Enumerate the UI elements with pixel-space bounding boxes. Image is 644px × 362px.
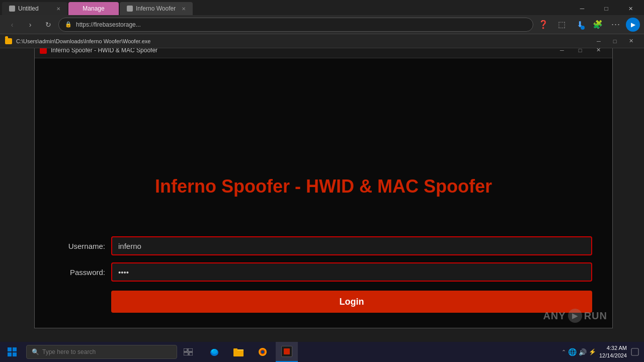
notification-button[interactable]: [630, 347, 640, 357]
browser-toolbar: ‹ › ↻ 🔒 https://firebasestorage... ❓ ⬚ ⬇…: [0, 15, 644, 34]
taskbar-clock[interactable]: 4:32 AM 12/14/2024: [599, 344, 627, 360]
task-view-button[interactable]: [177, 342, 199, 362]
app-content: Inferno Spoofer - HWID & MAC Spoofer Use…: [35, 58, 612, 328]
svg-rect-3: [13, 352, 17, 356]
svg-rect-2: [8, 352, 12, 356]
fe-icon-area: [5, 38, 12, 44]
nav-back-button[interactable]: ‹: [4, 17, 20, 33]
svg-rect-5: [188, 348, 193, 351]
taskbar-right: ⌃ 🌐 🔊 ⚡ 4:32 AM 12/14/2024: [561, 344, 644, 360]
sidebar-button[interactable]: ❓: [535, 17, 551, 33]
browser-extensions-button[interactable]: 🧩: [590, 17, 606, 33]
tab-manage-label: Manage: [83, 5, 104, 12]
volume-icon[interactable]: 🔊: [579, 348, 587, 356]
search-icon: 🔍: [32, 348, 39, 355]
tab-untitled-close[interactable]: ✕: [56, 6, 60, 12]
fe-close-button[interactable]: ✕: [623, 35, 639, 48]
taskbar: 🔍: [0, 342, 644, 362]
download-button[interactable]: ⬇: [572, 17, 588, 33]
notification-icon: [631, 348, 639, 356]
tab-manage[interactable]: Manage: [68, 2, 119, 15]
taskbar-firefox-button[interactable]: [252, 342, 274, 362]
username-row: Username:: [55, 236, 592, 255]
network-icon[interactable]: 🌐: [568, 348, 577, 356]
fe-minimize-button[interactable]: ─: [591, 35, 607, 48]
login-button[interactable]: Login: [111, 291, 592, 313]
tab-inferno-favicon: [127, 6, 133, 12]
svg-rect-4: [184, 348, 187, 351]
address-bar[interactable]: 🔒 https://firebasestorage...: [58, 18, 533, 32]
browser-titlebar: Untitled ✕ Manage Inferno Woofer ✕ ─ □ ✕: [0, 0, 644, 15]
profile-button[interactable]: ▶: [626, 18, 640, 32]
tab-inferno-label: Inferno Woofer: [136, 5, 176, 12]
taskbar-inferno-button[interactable]: [276, 342, 298, 362]
tab-inferno-close[interactable]: ✕: [182, 6, 186, 12]
inferno-app-icon: [281, 346, 292, 357]
svg-rect-0: [8, 347, 12, 351]
password-input[interactable]: [111, 262, 592, 282]
start-button[interactable]: [0, 342, 24, 362]
taskbar-edge-button[interactable]: [203, 342, 225, 362]
clock-time: 4:32 AM: [599, 344, 627, 352]
browser-close-button[interactable]: ✕: [619, 2, 642, 15]
nav-refresh-button[interactable]: ↻: [40, 17, 56, 33]
anyrun-suffix: RUN: [584, 310, 607, 322]
taskbar-apps: [203, 342, 298, 362]
folder-icon: [5, 38, 12, 44]
svg-point-16: [261, 350, 264, 353]
svg-rect-1: [13, 347, 17, 351]
svg-rect-12: [233, 350, 244, 355]
task-view-icon: [184, 348, 193, 355]
anyrun-play-icon: ▶: [568, 309, 582, 323]
username-input[interactable]: [111, 236, 592, 255]
nav-forward-button[interactable]: ›: [22, 17, 38, 33]
username-label: Username:: [55, 242, 105, 250]
taskbar-files-button[interactable]: [227, 342, 250, 362]
windows-logo-icon: [8, 347, 17, 356]
svg-rect-7: [189, 352, 193, 355]
tab-untitled-label: Untitled: [18, 5, 39, 12]
tab-untitled-favicon: [9, 6, 15, 12]
app-heading: Inferno Spoofer - HWID & MAC Spoofer: [155, 176, 492, 197]
anyrun-watermark: ANY ▶ RUN: [543, 309, 607, 323]
fe-maximize-button[interactable]: □: [607, 35, 623, 48]
file-explorer-bar: C:\Users\admin\Downloads\Inferno Woofer\…: [0, 34, 644, 48]
show-hidden-icons-button[interactable]: ⌃: [561, 349, 566, 355]
browser-minimize-button[interactable]: ─: [571, 2, 594, 15]
password-row: Password:: [55, 262, 592, 282]
svg-rect-13: [233, 348, 237, 350]
tab-untitled[interactable]: Untitled ✕: [2, 2, 67, 15]
browser-menu-button[interactable]: ···: [608, 17, 624, 33]
systray: ⌃ 🌐 🔊 ⚡: [561, 348, 596, 356]
browser-maximize-button[interactable]: □: [595, 2, 618, 15]
svg-rect-6: [184, 352, 188, 355]
folder-icon: [233, 347, 244, 356]
taskbar-search[interactable]: 🔍: [26, 345, 177, 359]
url-text: https://firebasestorage...: [76, 21, 527, 28]
svg-rect-17: [631, 348, 638, 355]
anyrun-text: ANY: [543, 310, 566, 322]
taskbar-search-input[interactable]: [42, 348, 172, 355]
password-label: Password:: [55, 268, 105, 277]
firefox-icon: [258, 347, 268, 357]
collections-button[interactable]: ⬚: [553, 17, 570, 33]
clock-date: 12/14/2024: [599, 352, 627, 359]
login-form: Username: Password: Login: [35, 236, 612, 313]
app-window: Inferno Spoofer - HWID & MAC Spoofer ─ □…: [34, 42, 613, 328]
fe-controls: ─ □ ✕: [591, 35, 639, 48]
tab-inferno-woofer[interactable]: Inferno Woofer ✕: [120, 2, 193, 15]
lock-icon: 🔒: [65, 21, 72, 28]
fe-path-text: C:\Users\admin\Downloads\Inferno Woofer\…: [16, 38, 150, 44]
battery-icon[interactable]: ⚡: [589, 348, 596, 355]
edge-icon: [209, 347, 219, 357]
